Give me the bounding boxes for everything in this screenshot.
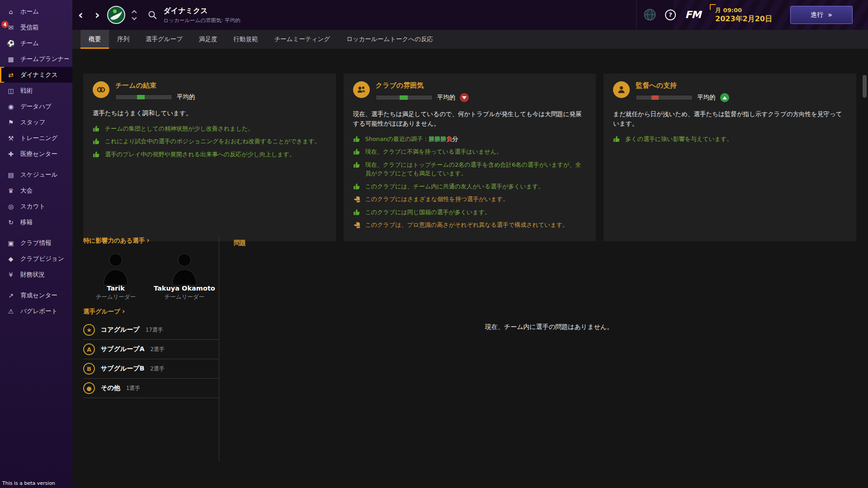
sidebar-item-competitions[interactable]: ♛ 大会 <box>0 183 72 198</box>
sidebar-item-label: スカウト <box>20 202 45 211</box>
beta-version-note: This is a beta version <box>2 480 55 486</box>
inbox-unread-badge: 4 <box>1 21 9 28</box>
thumb-neutral-icon <box>353 195 361 203</box>
bullet-text: 多くの選手に強い影響を与えています。 <box>625 135 732 144</box>
sidebar-item-label: 医療センター <box>20 150 57 158</box>
sidebar-item-club-info[interactable]: ▣ クラブ情報 <box>0 235 72 251</box>
tab-team-talk-feedback[interactable]: ロッカールームトークへの反応 <box>338 30 441 49</box>
topbar-right-controls: ? FM 月 09:00 2023年2月20日 進行 » <box>637 4 868 26</box>
atmosphere-bullet: 現在、クラブにはトップチームの2名の選手を含め合計6名の選手がいますが、全員がク… <box>353 160 587 178</box>
atmosphere-bullet: このクラブには同じ国籍の選手が多くいます。 <box>353 208 587 217</box>
club-crest-icon[interactable] <box>107 6 125 24</box>
form-draw: 分 <box>452 136 458 142</box>
influence-groups-panel: 特に影響力のある選手› Tarik チームリーダー Takuya Okamoto… <box>83 236 219 398</box>
search-icon[interactable] <box>148 10 157 19</box>
continue-button[interactable]: 進行 » <box>790 6 853 24</box>
sidebar-item-bug-report[interactable]: ⚠ バグレポート <box>0 303 72 319</box>
issues-empty-state: 現在、チーム内に選手の問題はありません。 <box>230 323 868 331</box>
group-row-core[interactable]: ★ コアグループ 17選手 <box>83 320 219 340</box>
group-row-other[interactable]: ● その他 1選手 <box>83 379 219 398</box>
atmosphere-bullet: このクラブには、チーム内に共通の友人がいる選手が多くいます。 <box>353 182 587 191</box>
sidebar-item-medical-centre[interactable]: ✚ 医療センター <box>0 146 72 162</box>
club-atmosphere-icon <box>353 81 370 98</box>
section-title: 特に影響力のある選手 <box>83 237 145 244</box>
finances-icon: ¥ <box>6 271 15 278</box>
player-name: Takuya Okamoto <box>154 285 215 292</box>
sidebar: ⌂ ホーム 4 ✉ 受信箱 ⚽ チーム ▦ チームプランナー ⇄ ダイナミクス … <box>0 0 72 488</box>
chevron-down-icon <box>132 15 137 20</box>
card-title: 監督への支持 <box>636 81 729 90</box>
sidebar-item-label: トレーニング <box>20 134 58 142</box>
online-globe-icon[interactable] <box>644 9 656 21</box>
atmosphere-summary-text: 現在、選手たちは満足しているので、何かトラブルが発生しても今は大問題に発展する可… <box>353 109 587 128</box>
sidebar-item-dynamics[interactable]: ⇄ ダイナミクス <box>0 67 72 83</box>
fm-logo[interactable]: FM <box>685 9 701 20</box>
cohesion-rating-label: 平均的 <box>177 93 195 101</box>
sidebar-item-club-vision[interactable]: ◆ クラブビジョン <box>0 251 72 267</box>
panel-collapse-toggle[interactable] <box>127 11 142 19</box>
search-title-zone: ダイナミクス ロッカールームの雰囲気: 平均的 <box>142 0 637 30</box>
sidebar-item-tactics[interactable]: ◫ 戦術 <box>0 83 72 99</box>
group-b-icon: B <box>83 363 95 375</box>
sidebar-item-label: 財務状況 <box>20 271 45 279</box>
player-card[interactable]: Tarik チームリーダー <box>94 250 137 301</box>
thumb-up-icon <box>613 135 621 143</box>
team-planner-icon: ▦ <box>6 56 15 63</box>
sidebar-item-development-centre[interactable]: ↗ 育成センター <box>0 287 72 303</box>
sidebar-item-label: ホーム <box>20 8 39 16</box>
training-icon: ⚒ <box>6 135 15 142</box>
group-row-sub-b[interactable]: B サブグループB 2選手 <box>83 359 219 379</box>
tab-bar: 概要 序列 選手グループ 満足度 行動規範 チームミーティング ロッカールームト… <box>72 30 868 49</box>
cohesion-bullet: 選手のプレイ中の視野や展開される出来事への反応が少し向上します。 <box>93 150 326 159</box>
bullet-text: 現在、クラブにはトップチームの2名の選手を含め合計6名の選手がいますが、全員がク… <box>365 160 587 178</box>
player-groups-header[interactable]: 選手グループ› <box>83 307 219 316</box>
sidebar-item-data-hub[interactable]: ◉ データハブ <box>0 99 72 114</box>
card-title: クラブの雰囲気 <box>376 81 469 90</box>
support-bullet: 多くの選手に強い影響を与えています。 <box>613 135 847 144</box>
group-row-sub-a[interactable]: A サブグループA 2選手 <box>83 340 219 359</box>
scouting-icon: ◎ <box>6 203 15 210</box>
sidebar-item-finances[interactable]: ¥ 財務状況 <box>0 267 72 282</box>
tab-code-of-conduct[interactable]: 行動規範 <box>225 30 266 49</box>
bug-report-icon: ⚠ <box>6 308 15 315</box>
team-cohesion-icon <box>93 81 109 98</box>
sidebar-item-label: 受信箱 <box>20 23 39 32</box>
sidebar-item-training[interactable]: ⚒ トレーニング <box>0 130 72 146</box>
sidebar-item-staff[interactable]: ⚑ スタッフ <box>0 114 72 130</box>
page-title: ダイナミクス <box>163 6 240 16</box>
club-info-icon: ▣ <box>6 239 15 247</box>
medical-centre-icon: ✚ <box>6 150 15 158</box>
player-card[interactable]: Takuya Okamoto チームリーダー <box>154 250 215 301</box>
influential-players-header[interactable]: 特に影響力のある選手› <box>83 236 219 245</box>
sidebar-item-scouting[interactable]: ◎ スカウト <box>0 198 72 214</box>
sidebar-item-inbox[interactable]: 4 ✉ 受信箱 <box>0 19 72 35</box>
chevron-right-icon: › <box>146 236 149 244</box>
sidebar-item-schedule[interactable]: ▤ スケジュール <box>0 167 72 183</box>
sidebar-item-transfers[interactable]: ↻ 移籍 <box>0 214 72 230</box>
group-count: 2選手 <box>150 346 165 353</box>
sidebar-item-squad[interactable]: ⚽ チーム <box>0 35 72 51</box>
group-label: サブグループB <box>101 365 144 373</box>
help-button[interactable]: ? <box>665 9 676 20</box>
player-name: Tarik <box>94 285 137 292</box>
sidebar-item-home[interactable]: ⌂ ホーム <box>0 4 72 19</box>
cohesion-rating-meter <box>115 94 172 100</box>
summary-cards: チームの結束 平均的 選手たちはうまく調和しています。 チームの集団としての精神… <box>83 74 856 241</box>
tab-team-meeting[interactable]: チームミーティング <box>266 30 338 49</box>
cohesion-summary-text: 選手たちはうまく調和しています。 <box>93 108 326 118</box>
thumb-up-icon <box>353 148 361 155</box>
tab-overview[interactable]: 概要 <box>80 30 109 49</box>
tab-happiness[interactable]: 満足度 <box>191 30 226 49</box>
thumb-up-icon <box>93 137 100 145</box>
atmosphere-rating-meter <box>376 95 433 100</box>
home-icon: ⌂ <box>6 8 15 15</box>
forward-button[interactable]: › <box>89 9 106 21</box>
scrollbar-thumb[interactable] <box>863 75 867 98</box>
sidebar-item-label: データハブ <box>20 103 52 111</box>
sidebar-item-team-planner[interactable]: ▦ チームプランナー <box>0 51 72 67</box>
group-label: その他 <box>101 384 120 392</box>
tab-player-groups[interactable]: 選手グループ <box>137 30 191 49</box>
tab-hierarchy[interactable]: 序列 <box>109 30 137 49</box>
back-button[interactable]: ‹ <box>72 9 89 21</box>
sidebar-item-label: 育成センター <box>20 291 57 300</box>
